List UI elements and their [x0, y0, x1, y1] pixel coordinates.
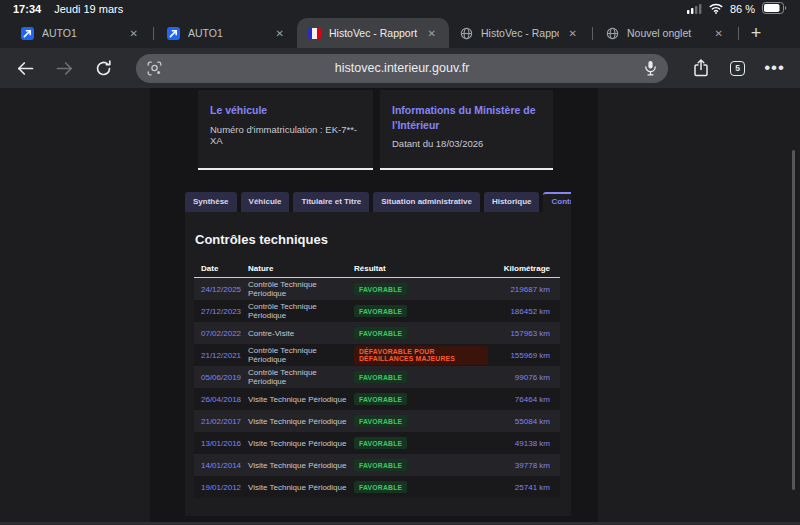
cell-date: 21/12/2021	[194, 351, 248, 360]
result-badge: FAVORABLE	[354, 415, 407, 427]
tab-counter[interactable]: 5	[730, 61, 745, 76]
ministry-card-title: Informations du Ministère de l'Intérieur	[392, 103, 541, 132]
cell-date: 14/01/2014	[194, 461, 248, 470]
cell-kilometrage: 99076 km	[488, 373, 560, 382]
vehicle-card-body: Numéro d'immatriculation : EK-7**-XA	[210, 124, 361, 146]
status-date: Jeudi 19 mars	[54, 3, 123, 15]
tab-close-icon[interactable]: ✕	[128, 26, 140, 41]
report-tab-historique[interactable]: Historique	[484, 192, 540, 212]
tab-close-icon[interactable]: ✕	[567, 26, 579, 41]
header-nature: Nature	[248, 264, 354, 273]
mic-icon[interactable]	[644, 60, 657, 76]
result-badge: FAVORABLE	[354, 327, 407, 339]
cell-resultat: FAVORABLE	[354, 283, 488, 295]
cell-date: 21/02/2017	[194, 417, 248, 426]
cell-kilometrage: 25741 km	[488, 483, 560, 492]
status-bar: 17:34 Jeudi 19 mars 86 %	[0, 0, 800, 18]
table-header-row: Date Nature Résultat Kilométrage	[194, 260, 560, 278]
cell-resultat: FAVORABLE	[354, 393, 488, 405]
report-tab-situation-administrative[interactable]: Situation administrative	[373, 192, 480, 212]
url-text[interactable]: histovec.interieur.gouv.fr	[176, 61, 628, 75]
result-badge: FAVORABLE	[354, 283, 407, 295]
table-body: 24/12/2025Contrôle Technique PériodiqueF…	[194, 278, 560, 498]
report-tab-contr-les-techniques[interactable]: Contrôles techniques	[543, 192, 571, 212]
cell-date: 05/06/2019	[194, 373, 248, 382]
result-badge: DÉFAVORABLE POUR DÉFAILLANCES MAJEURES	[354, 346, 488, 365]
battery-icon	[762, 2, 787, 16]
tab-close-icon[interactable]: ✕	[426, 26, 438, 41]
cell-kilometrage: 186452 km	[488, 307, 560, 316]
reload-icon[interactable]	[93, 58, 113, 78]
ministry-card-body: Datant du 18/03/2026	[392, 138, 541, 149]
cell-resultat: FAVORABLE	[354, 371, 488, 383]
table-row: 05/06/2019Contrôle Technique PériodiqueF…	[194, 366, 560, 388]
browser-tab[interactable]: HistoVec - Rapport✕	[449, 18, 590, 48]
address-bar[interactable]: histovec.interieur.gouv.fr	[136, 54, 668, 83]
result-badge: FAVORABLE	[354, 481, 407, 493]
status-time: 17:34	[13, 3, 41, 15]
cell-kilometrage: 39778 km	[488, 461, 560, 470]
cell-nature: Contrôle Technique Périodique	[248, 280, 354, 298]
cell-kilometrage: 49138 km	[488, 439, 560, 448]
cell-kilometrage: 55084 km	[488, 417, 560, 426]
browser-tab-strip: AUTO1✕AUTO1✕HistoVec - Rapport✕HistoVec …	[0, 18, 800, 48]
new-tab-button[interactable]: +	[741, 18, 771, 48]
auto1-favicon-icon	[167, 27, 180, 40]
browser-tab-title: Nouvel onglet	[627, 27, 705, 39]
share-icon[interactable]	[691, 58, 711, 78]
menu-icon[interactable]: •••	[764, 63, 785, 73]
browser-toolbar: histovec.interieur.gouv.fr 5 •••	[0, 48, 800, 88]
cell-nature: Contrôle Technique Périodique	[248, 346, 354, 364]
cell-resultat: FAVORABLE	[354, 327, 488, 339]
browser-tab[interactable]: Nouvel onglet✕	[595, 18, 736, 48]
page-scrollbar[interactable]	[792, 150, 795, 490]
cell-date: 27/12/2023	[194, 307, 248, 316]
auto1-favicon-icon	[21, 27, 34, 40]
result-badge: FAVORABLE	[354, 371, 407, 383]
back-icon[interactable]	[15, 58, 35, 78]
cell-kilometrage: 157963 km	[488, 329, 560, 338]
cell-nature: Visite Technique Périodique	[248, 483, 354, 492]
battery-percent: 86 %	[730, 3, 755, 15]
browser-tab[interactable]: AUTO1✕	[10, 18, 151, 48]
report-tab-bar: SynthèseVéhiculeTitulaire et TitreSituat…	[185, 192, 571, 212]
cell-kilometrage: 155969 km	[488, 351, 560, 360]
header-date: Date	[194, 264, 248, 273]
inspections-table: Date Nature Résultat Kilométrage 24/12/2…	[194, 260, 560, 498]
report-tab-v-hicule[interactable]: Véhicule	[241, 192, 290, 212]
cell-kilometrage: 76464 km	[488, 395, 560, 404]
tab-close-icon[interactable]: ✕	[274, 26, 286, 41]
wifi-icon	[709, 3, 723, 16]
ministry-card: Informations du Ministère de l'Intérieur…	[380, 90, 553, 170]
section-title: Contrôles techniques	[195, 232, 571, 247]
cell-nature: Contrôle Technique Périodique	[248, 368, 354, 386]
table-row: 24/12/2025Contrôle Technique PériodiqueF…	[194, 278, 560, 300]
vehicle-card-title: Le véhicule	[210, 103, 361, 118]
result-badge: FAVORABLE	[354, 459, 407, 471]
web-page: Le véhicule Numéro d'immatriculation : E…	[0, 88, 800, 525]
header-kilometrage: Kilométrage	[488, 264, 560, 273]
tab-separator	[738, 27, 739, 40]
table-row: 27/12/2023Contrôle Technique PériodiqueF…	[194, 300, 560, 322]
forward-icon[interactable]	[54, 58, 74, 78]
vehicle-card: Le véhicule Numéro d'immatriculation : E…	[198, 90, 373, 170]
tab-close-icon[interactable]: ✕	[713, 26, 725, 41]
table-row: 21/02/2017Visite Technique PériodiqueFAV…	[194, 410, 560, 432]
report-tab-titulaire-et-titre[interactable]: Titulaire et Titre	[293, 192, 369, 212]
browser-tab-title: HistoVec - Rapport	[481, 27, 559, 39]
controles-techniques-panel: Contrôles techniques Date Nature Résulta…	[185, 212, 571, 516]
cell-date: 26/04/2018	[194, 395, 248, 404]
browser-tab-title: HistoVec - Rapport	[329, 27, 418, 39]
table-row: 14/01/2014Visite Technique PériodiqueFAV…	[194, 454, 560, 476]
cell-date: 19/01/2012	[194, 483, 248, 492]
globe-favicon-icon	[606, 27, 619, 40]
report-tab-synth-se[interactable]: Synthèse	[185, 192, 237, 212]
cell-nature: Contre-Visite	[248, 329, 354, 338]
browser-tab[interactable]: HistoVec - Rapport✕	[297, 18, 449, 48]
browser-tab[interactable]: AUTO1✕	[156, 18, 297, 48]
cellular-signal-icon	[687, 3, 702, 16]
cell-date: 07/02/2022	[194, 329, 248, 338]
globe-favicon-icon	[460, 27, 473, 40]
header-resultat: Résultat	[354, 264, 488, 273]
lens-icon[interactable]	[147, 61, 162, 76]
